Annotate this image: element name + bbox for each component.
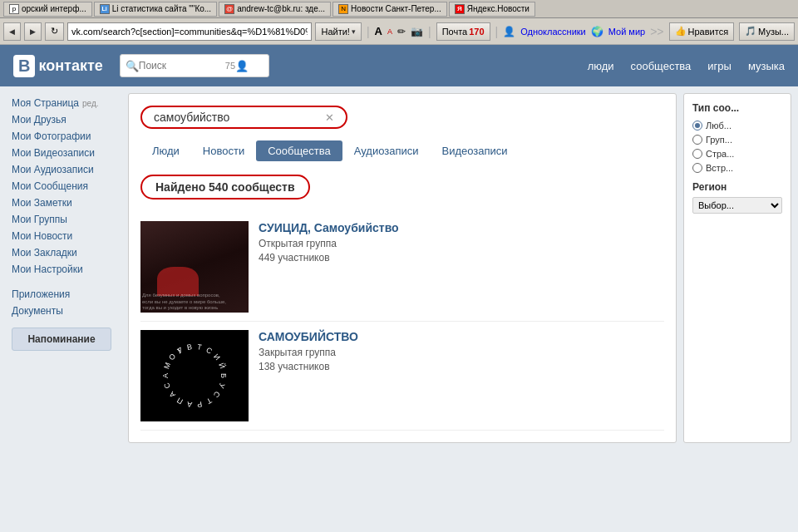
radio-stra-label: Стра... [706,149,734,159]
result-thumb-2[interactable]: Г В Т С И Й Б У С Т Р А П А С [140,330,249,421]
sidebar-item-moi-soobshcheniya[interactable]: Мои Сообщения [12,178,125,195]
sidebar-item-moi-videozapisi[interactable]: Мои Видеозаписи [12,145,125,161]
svg-text:Т: Т [197,342,204,352]
sidebar-item-prilojeniya[interactable]: Приложения [12,286,125,303]
results-count: Найдено 540 сообществ [140,175,310,200]
radio-stra-circle [692,149,702,159]
region-select[interactable]: Выбор... [692,197,782,214]
mail-count: 170 [469,27,484,37]
tab-5[interactable]: Я Яндекс.Новости [449,2,535,17]
result-title-1[interactable]: СУИЦИД, Самоубийство [259,221,664,234]
muzik-label: Музы... [758,27,789,37]
sidebar-item-moi-druzya[interactable]: Мои Друзья [12,111,125,128]
person-icon: 👤 [503,26,515,37]
radio-lyub-label: Люб... [706,121,732,131]
result-info-1: СУИЦИД, Самоубийство Открытая группа 449… [259,221,664,313]
result-members-1: 449 участников [259,252,664,264]
tab-novosti[interactable]: Новости [191,140,256,161]
forward-button[interactable]: ▶ [24,22,42,41]
vk-search-bar[interactable]: 🔍 75 👤 [120,54,269,77]
tab-videozapisi[interactable]: Видеозаписи [430,140,519,161]
result-type-2: Закрытая группа [259,347,664,358]
search-person-icon: 👤 [235,60,249,72]
sidebar-item-moi-novosti[interactable]: Мои Новости [12,228,125,244]
vk-right-sidebar: Тип соо... Люб... Груп... Стра... Встр..… [683,93,791,443]
tab-audiozapisi[interactable]: Аудиозаписи [342,140,431,161]
svg-text:Т: Т [204,397,213,406]
result-item-1: Для безумных и домых вопросов,если вы не… [140,213,664,322]
tab-lyudi[interactable]: Люди [140,140,191,161]
nravitsya-button[interactable]: 👍 Нравится [669,22,735,41]
tab-3[interactable]: @ andrew-tc@bk.ru: зде... [219,2,331,17]
nav-link-lyudi[interactable]: люди [588,60,614,72]
radio-option-grup[interactable]: Груп... [692,135,782,145]
vk-search-input[interactable] [139,60,222,71]
search-query-input[interactable] [154,111,320,124]
sidebar-item-moi-nastroiki[interactable]: Мои Настройки [12,261,125,278]
svg-text:С: С [212,390,222,400]
music-icon: 🎵 [745,26,756,37]
result-title-2[interactable]: САМОУБИЙСТВО [259,330,664,343]
tab-5-label: Яндекс.Новости [467,4,530,13]
result-item-2: Г В Т С И Й Б У С Т Р А П А С [140,322,664,431]
pen-icon: ✏ [397,26,406,37]
muzik-button[interactable]: 🎵 Музы... [739,22,795,41]
font-size-icon: A [387,27,392,36]
radio-vstr-circle [692,163,702,173]
font-icon: A [375,25,382,37]
thumb-icon: 👍 [675,26,687,37]
find-button[interactable]: Найти! ▾ [315,22,361,41]
search-clear-icon[interactable]: ✕ [325,111,334,124]
moi-mir-link[interactable]: Мой мир [608,27,645,37]
result-info-2: САМОУБИЙСТВО Закрытая группа 138 участни… [259,330,664,421]
result-thumb-1[interactable]: Для безумных и домых вопросов,если вы не… [140,221,249,313]
back-button[interactable]: ◀ [3,22,21,41]
radio-option-stra[interactable]: Стра... [692,149,782,159]
search-icon: 🔍 [126,60,139,72]
nav-link-soobshchestva[interactable]: сообщества [631,60,692,72]
tab-4[interactable]: N Новости Санкт-Петер... [332,2,447,17]
thumb-1-text: Для безумных и домых вопросов,если вы не… [142,293,247,311]
vk-sidebar: Моя Страница ред. Мои Друзья Мои Фотогра… [0,86,125,450]
tab-4-icon: N [338,4,348,14]
address-bar[interactable] [67,22,312,41]
tab-3-label: andrew-tc@bk.ru: зде... [237,4,325,13]
mail-label: Почта [442,27,468,37]
result-members-2: 138 участников [259,361,664,372]
sidebar-item-moi-gruppy[interactable]: Мои Группы [12,211,125,228]
nav-link-muzyka[interactable]: музыка [748,60,785,72]
tab-2[interactable]: Li Li статистика сайта ""Ко... [94,2,217,17]
sidebar-item-moya-stranitsa[interactable]: Моя Страница ред. [12,95,125,111]
vk-app: В контакте 🔍 75 👤 люди сообщества игры м… [0,45,798,450]
svg-text:М: М [162,362,172,370]
svg-text:О: О [167,352,177,362]
sidebar-item-moi-fotografii[interactable]: Мои Фотографии [12,128,125,145]
radio-option-vstr[interactable]: Встр... [692,163,782,173]
mail-button[interactable]: Почта 170 [436,22,490,41]
odnoklassniki-link[interactable]: Одноклассники [520,27,586,37]
earth-icon: 🌍 [591,26,603,37]
sidebar-item-dokumenty[interactable]: Документы [12,303,125,319]
sidebar-item-moi-zametki[interactable]: Мои Заметки [12,195,125,211]
refresh-button[interactable]: ↻ [45,22,64,41]
toolbar-sep-4: >> [650,25,663,38]
nravitsya-label: Нравится [688,27,729,37]
tab-1[interactable]: p орский интерф... [3,2,92,17]
svg-text:С: С [162,382,172,390]
region-title: Регион [692,181,782,193]
nav-link-igry[interactable]: игры [707,60,732,72]
toolbar-sep-3: | [495,25,499,38]
sidebar-reminder[interactable]: Напоминание [12,328,111,351]
tab-soobshchestva[interactable]: Сообщества [256,140,342,161]
vk-main: Моя Страница ред. Мои Друзья Мои Фотогра… [0,86,798,450]
tab-2-icon: Li [100,4,110,14]
radio-option-lyub[interactable]: Люб... [692,121,782,131]
right-sidebar-type-title: Тип соо... [692,102,782,114]
svg-text:У: У [217,382,226,390]
toolbar-items: Найти! ▾ | AA ✏ 📷 | Почта 170 | 👤 Однокл… [315,22,795,41]
sidebar-edit-link[interactable]: ред. [82,99,99,108]
sidebar-item-moi-zakladki[interactable]: Мои Закладки [12,244,125,261]
sidebar-item-moi-audiozapisi[interactable]: Мои Аудиозаписи [12,161,125,178]
search-count: 75 [225,61,235,71]
filter-tabs: Люди Новости Сообщества Аудиозаписи Виде… [140,140,664,161]
